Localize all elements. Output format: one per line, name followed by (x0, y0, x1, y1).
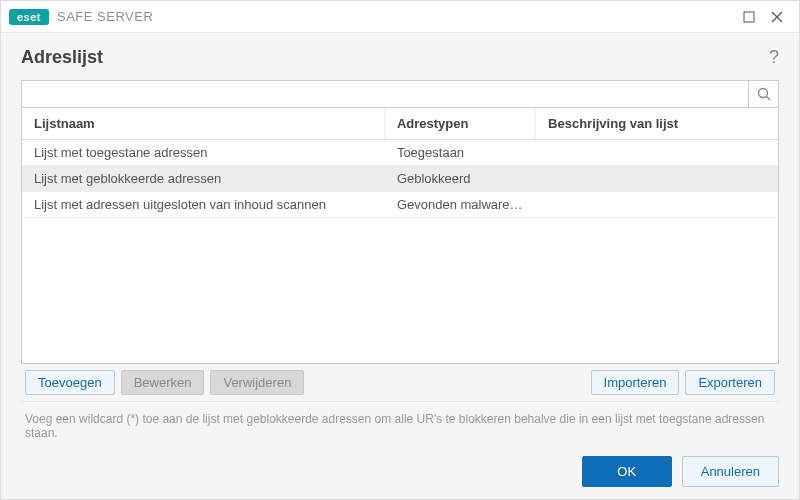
close-icon (771, 11, 783, 23)
table-row[interactable]: Lijst met geblokkeerde adressenGeblokkee… (22, 166, 778, 192)
cell-name: Lijst met toegestane adressen (22, 140, 385, 165)
search-input[interactable] (22, 81, 748, 107)
svg-point-3 (758, 89, 767, 98)
cell-name: Lijst met adressen uitgesloten van inhou… (22, 192, 385, 217)
table-row[interactable]: Lijst met toegestane adressenToegestaan (22, 140, 778, 166)
import-button[interactable]: Importeren (591, 370, 680, 395)
cell-desc (536, 140, 778, 165)
col-header-desc[interactable]: Beschrijving van lijst (536, 108, 778, 139)
cell-name: Lijst met geblokkeerde adressen (22, 166, 385, 191)
brand-product: SAFE SERVER (57, 9, 153, 24)
help-button[interactable]: ? (769, 47, 779, 68)
export-button[interactable]: Exporteren (685, 370, 775, 395)
window: eset SAFE SERVER Adreslijst ? Lijstnaam … (0, 0, 800, 500)
ok-button[interactable]: OK (582, 456, 672, 487)
question-icon: ? (769, 47, 779, 67)
delete-button[interactable]: Verwijderen (210, 370, 304, 395)
close-button[interactable] (763, 5, 791, 29)
cell-type: Geblokkeerd (385, 166, 536, 191)
page-title: Adreslijst (21, 47, 103, 68)
address-table: Lijstnaam Adrestypen Beschrijving van li… (21, 108, 779, 364)
table-header: Lijstnaam Adrestypen Beschrijving van li… (22, 108, 778, 140)
cancel-button[interactable]: Annuleren (682, 456, 779, 487)
col-header-name[interactable]: Lijstnaam (22, 108, 385, 139)
square-icon (743, 11, 755, 23)
footer: OK Annuleren (1, 444, 799, 499)
cell-desc (536, 166, 778, 191)
search-bar (21, 80, 779, 108)
content-area: Adreslijst ? Lijstnaam Adrestypen Beschr… (1, 33, 799, 444)
edit-button[interactable]: Bewerken (121, 370, 205, 395)
header-row: Adreslijst ? (21, 47, 779, 68)
add-button[interactable]: Toevoegen (25, 370, 115, 395)
hint-text: Voeg een wildcard (*) toe aan de lijst m… (21, 402, 779, 440)
cell-desc (536, 192, 778, 217)
cell-type: Toegestaan (385, 140, 536, 165)
search-button[interactable] (748, 81, 778, 107)
table-row[interactable]: Lijst met adressen uitgesloten van inhou… (22, 192, 778, 218)
cell-type: Gevonden malware wor... (385, 192, 536, 217)
svg-rect-0 (744, 12, 754, 22)
brand-badge: eset (9, 9, 49, 25)
col-header-type[interactable]: Adrestypen (385, 108, 536, 139)
maximize-button[interactable] (735, 5, 763, 29)
table-body: Lijst met toegestane adressenToegestaanL… (22, 140, 778, 363)
titlebar: eset SAFE SERVER (1, 1, 799, 33)
search-icon (757, 87, 771, 101)
toolbar: Toevoegen Bewerken Verwijderen Importere… (21, 364, 779, 402)
svg-line-4 (766, 97, 770, 101)
